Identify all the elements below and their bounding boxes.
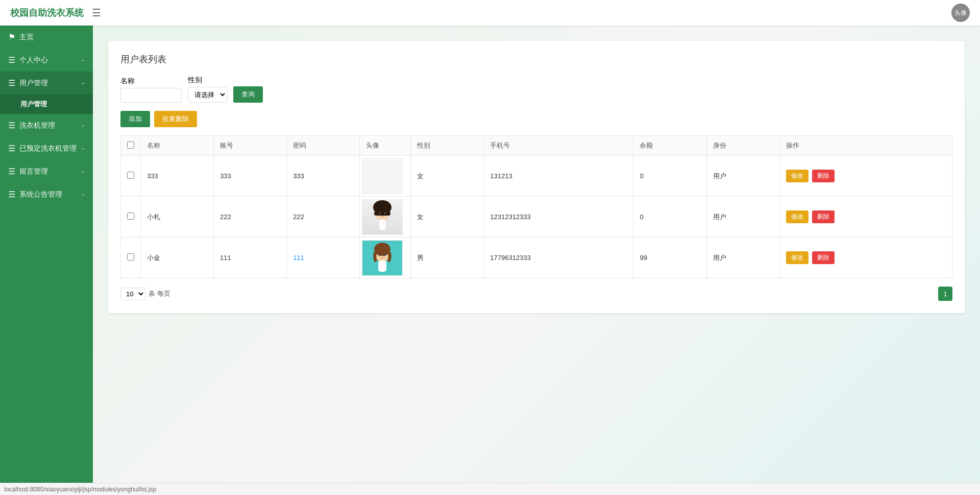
gender-filter-label: 性别	[188, 76, 227, 85]
query-button[interactable]: 查询	[233, 86, 263, 103]
row2-password: 222	[287, 197, 360, 238]
svg-point-10	[379, 254, 381, 256]
table-header-row: 名称 账号 密码 头像 性别 手机号 余额 身份 操作	[121, 136, 952, 156]
sidebar-item-reserved[interactable]: ☰ 已预定洗衣机管理 −	[0, 137, 93, 160]
row1-action: 修改 删除	[779, 156, 952, 197]
layout: ⚑ 主页 ☰ 个人中心 − ☰ 用户管理 − 用户管理 ☰ 洗衣机管理	[0, 26, 980, 483]
sidebar: ⚑ 主页 ☰ 个人中心 − ☰ 用户管理 − 用户管理 ☰ 洗衣机管理	[0, 26, 93, 483]
row2-avatar	[362, 199, 403, 235]
row3-checkbox[interactable]	[127, 253, 134, 261]
notice-icon: ☰	[8, 190, 15, 199]
reserved-icon: ☰	[8, 144, 15, 153]
row2-balance: 0	[633, 197, 706, 238]
sidebar-label-message: 留言管理	[19, 167, 48, 176]
action-bar: 添加 批量删除	[120, 111, 952, 127]
row3-phone: 17796312333	[484, 238, 633, 278]
sidebar-item-user-mgmt[interactable]: ☰ 用户管理 −	[0, 72, 93, 95]
name-filter-input[interactable]	[120, 88, 182, 103]
col-balance: 余额	[633, 136, 706, 156]
row1-checkbox-cell	[121, 156, 141, 197]
row2-gender: 女	[411, 197, 484, 238]
sidebar-label-personal: 个人中心	[19, 56, 48, 65]
row1-password: 333	[287, 156, 360, 197]
user-avatar[interactable]: 头像	[951, 4, 970, 22]
content-card: 用户表列表 名称 性别 请选择 男 女 查询	[108, 41, 965, 313]
col-name: 名称	[141, 136, 214, 156]
row3-password-link[interactable]: 111	[293, 254, 304, 262]
status-url: localhost:8080/xiaoyuanxiyiji/jsp/module…	[4, 486, 156, 493]
row3-avatar-cell	[360, 238, 411, 278]
row1-avatar-cell	[360, 156, 411, 197]
per-page-control: 10 20 50 条 每页	[120, 288, 170, 300]
hamburger-icon[interactable]: ☰	[92, 7, 101, 19]
sidebar-label-user-mgmt: 用户管理	[19, 79, 48, 88]
col-account: 账号	[214, 136, 287, 156]
row2-checkbox[interactable]	[127, 213, 134, 220]
batch-delete-button[interactable]: 批量删除	[154, 111, 197, 127]
row2-delete-button[interactable]: 删除	[812, 210, 835, 223]
select-all-checkbox[interactable]	[127, 142, 134, 149]
row3-delete-button[interactable]: 删除	[812, 251, 835, 264]
row3-edit-button[interactable]: 修改	[786, 251, 808, 264]
col-role: 身份	[706, 136, 779, 156]
name-filter-label: 名称	[120, 77, 182, 86]
page-title: 用户表列表	[120, 53, 952, 65]
row2-checkbox-cell	[121, 197, 141, 238]
per-page-select[interactable]: 10 20 50	[120, 288, 145, 300]
row3-balance: 99	[633, 238, 706, 278]
personal-arrow: −	[81, 57, 85, 64]
sidebar-label-reserved: 已预定洗衣机管理	[19, 144, 77, 153]
row3-action: 修改 删除	[779, 238, 952, 278]
row2-action: 修改 删除	[779, 197, 952, 238]
pagination-numbers: 1	[938, 287, 952, 301]
sidebar-item-home[interactable]: ⚑ 主页	[0, 26, 93, 49]
sidebar-item-notice[interactable]: ☰ 系统公告管理 −	[0, 183, 93, 206]
row2-role: 用户	[706, 197, 779, 238]
sidebar-label-notice: 系统公告管理	[19, 190, 62, 199]
pagination-bar: 10 20 50 条 每页 1	[120, 287, 952, 301]
sidebar-item-washer-mgmt[interactable]: ☰ 洗衣机管理 −	[0, 114, 93, 137]
row2-phone: 12312312333	[484, 197, 633, 238]
row2-account: 222	[214, 197, 287, 238]
svg-rect-3	[379, 220, 385, 230]
gender-filter-group: 性别 请选择 男 女	[188, 76, 227, 103]
row1-gender: 女	[411, 156, 484, 197]
notice-arrow: −	[81, 191, 85, 198]
row3-account: 111	[214, 238, 287, 278]
sidebar-sub-item-user-mgmt[interactable]: 用户管理	[0, 95, 93, 114]
row1-checkbox[interactable]	[127, 172, 134, 179]
message-arrow: −	[81, 168, 85, 175]
row3-gender: 男	[411, 238, 484, 278]
gender-filter-select[interactable]: 请选择 男 女	[188, 87, 227, 103]
row2-edit-button[interactable]: 修改	[786, 210, 808, 223]
user-mgmt-icon: ☰	[8, 78, 15, 88]
row3-avatar-svg	[367, 241, 398, 274]
sidebar-item-personal[interactable]: ☰ 个人中心 −	[0, 49, 93, 72]
svg-rect-9	[378, 261, 386, 272]
row2-avatar-cell	[360, 197, 411, 238]
row1-edit-button[interactable]: 修改	[786, 170, 808, 182]
per-page-label: 条 每页	[149, 289, 170, 298]
col-gender: 性别	[411, 136, 484, 156]
svg-point-8	[374, 243, 390, 256]
row1-avatar	[362, 158, 403, 194]
row1-phone: 131213	[484, 156, 633, 197]
reserved-arrow: −	[81, 145, 85, 152]
row3-password: 111	[287, 238, 360, 278]
filter-bar: 名称 性别 请选择 男 女 查询	[120, 76, 952, 103]
svg-rect-2	[374, 211, 390, 216]
row1-delete-button[interactable]: 删除	[812, 170, 835, 182]
col-phone: 手机号	[484, 136, 633, 156]
row3-avatar	[362, 240, 403, 276]
col-action: 操作	[779, 136, 952, 156]
table-row: 333 333 333 女 131213 0 用户 修改 删除	[121, 156, 952, 197]
col-password: 密码	[287, 136, 360, 156]
row3-checkbox-cell	[121, 238, 141, 278]
sidebar-item-message[interactable]: ☰ 留言管理 −	[0, 160, 93, 183]
add-button[interactable]: 添加	[120, 111, 150, 127]
sidebar-label-home: 主页	[19, 33, 34, 42]
table-row: 小札 222 222	[121, 197, 952, 238]
page-btn-1[interactable]: 1	[938, 287, 952, 301]
row1-balance: 0	[633, 156, 706, 197]
washer-mgmt-arrow: −	[81, 122, 85, 129]
